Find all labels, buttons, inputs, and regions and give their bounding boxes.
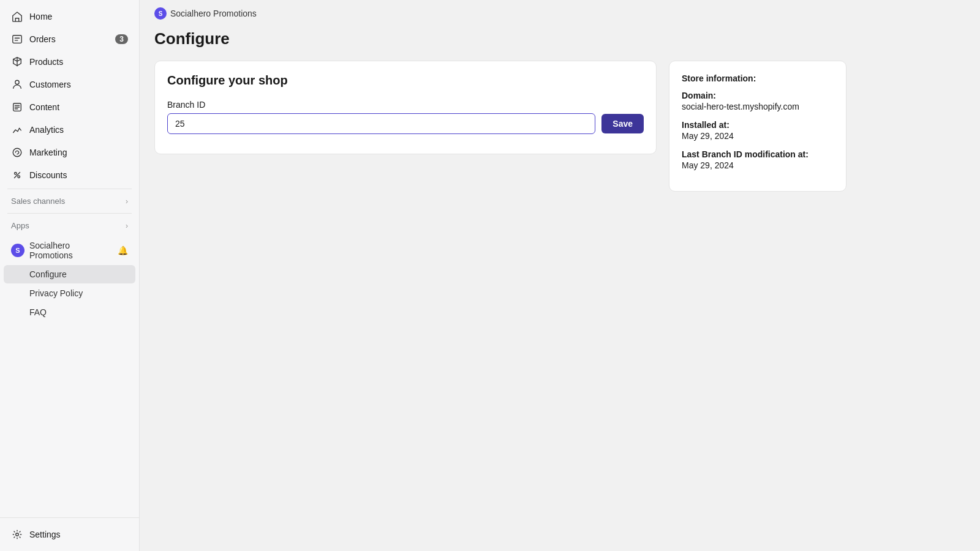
domain-row: Domain: social-hero-test.myshopify.com	[682, 91, 834, 111]
sales-channels-label: Sales channels	[11, 197, 65, 206]
main-content: S Socialhero Promotions Configure Config…	[140, 0, 980, 551]
apps-chevron: ›	[126, 222, 128, 230]
store-info-title: Store information:	[682, 73, 834, 83]
sidebar-item-home-label: Home	[29, 12, 52, 21]
sidebar-item-customers-label: Customers	[29, 80, 71, 89]
sidebar-item-home[interactable]: Home	[4, 6, 135, 28]
form-heading: Configure your shop	[167, 73, 644, 88]
svg-rect-0	[13, 36, 21, 43]
svg-point-5	[18, 176, 20, 178]
sidebar-item-content[interactable]: Content	[4, 96, 135, 118]
content-area: Configure your shop Branch ID Save Store…	[140, 61, 980, 192]
domain-value: social-hero-test.myshopify.com	[682, 102, 834, 111]
configure-form-card: Configure your shop Branch ID Save	[154, 61, 657, 154]
apps-label: Apps	[11, 221, 29, 230]
bell-icon[interactable]: 🔔	[118, 246, 128, 255]
svg-point-4	[15, 173, 17, 175]
sidebar-app-socialhero[interactable]: S Socialhero Promotions 🔔	[4, 236, 135, 264]
sidebar-item-orders[interactable]: Orders 3	[4, 28, 135, 50]
breadcrumb-app-name: Socialhero Promotions	[170, 9, 257, 18]
sidebar-sub-item-configure[interactable]: Configure	[4, 265, 135, 283]
sidebar-item-marketing-label: Marketing	[29, 148, 67, 157]
sidebar-item-customers[interactable]: Customers	[4, 73, 135, 96]
marketing-icon	[11, 146, 23, 159]
content-icon	[11, 101, 23, 113]
installed-row: Installed at: May 29, 2024	[682, 120, 834, 141]
sales-channels-section[interactable]: Sales channels ›	[4, 192, 135, 211]
branch-id-group: Branch ID Save	[167, 100, 644, 134]
page-title: Configure	[140, 27, 980, 61]
sidebar-item-discounts-label: Discounts	[29, 170, 67, 180]
discounts-icon	[11, 169, 23, 181]
orders-icon	[11, 33, 23, 45]
domain-label: Domain:	[682, 91, 834, 100]
sidebar-item-analytics-label: Analytics	[29, 125, 64, 135]
sales-channels-chevron: ›	[126, 197, 128, 206]
branch-id-label: Branch ID	[167, 100, 644, 110]
breadcrumb: S Socialhero Promotions	[140, 0, 980, 27]
app-icon: S	[11, 244, 24, 257]
customers-icon	[11, 78, 23, 91]
home-icon	[11, 10, 23, 23]
last-modified-value: May 29, 2024	[682, 160, 834, 170]
branch-id-row: Save	[167, 113, 644, 134]
analytics-icon	[11, 124, 23, 136]
sidebar-sub-item-privacy-policy[interactable]: Privacy Policy	[4, 284, 135, 302]
sidebar-bottom: Settings	[0, 517, 139, 551]
last-modified-label: Last Branch ID modification at:	[682, 149, 834, 159]
sidebar-item-orders-label: Orders	[29, 34, 56, 44]
products-icon	[11, 56, 23, 68]
installed-value: May 29, 2024	[682, 131, 834, 141]
sidebar-item-settings[interactable]: Settings	[4, 523, 135, 545]
last-modified-row: Last Branch ID modification at: May 29, …	[682, 149, 834, 170]
sidebar-item-content-label: Content	[29, 102, 59, 112]
branch-id-input[interactable]	[167, 113, 595, 134]
store-info-card: Store information: Domain: social-hero-t…	[669, 61, 846, 192]
sidebar-app-name: Socialhero Promotions	[29, 241, 113, 260]
orders-badge: 3	[115, 34, 128, 44]
sidebar-item-marketing[interactable]: Marketing	[4, 141, 135, 163]
sidebar-divider-1	[7, 189, 132, 189]
sidebar-divider-2	[7, 213, 132, 214]
svg-point-3	[13, 148, 21, 157]
sidebar-item-products-label: Products	[29, 57, 63, 67]
svg-point-1	[15, 80, 19, 84]
save-button[interactable]: Save	[601, 114, 644, 133]
sidebar-item-discounts[interactable]: Discounts	[4, 164, 135, 186]
settings-label: Settings	[29, 530, 61, 539]
sidebar-sub-configure-label: Configure	[29, 269, 67, 279]
settings-icon	[11, 528, 23, 541]
svg-point-6	[16, 533, 19, 536]
sidebar-sub-faq-label: FAQ	[29, 307, 47, 317]
sidebar-item-products[interactable]: Products	[4, 51, 135, 73]
sidebar-sub-privacy-label: Privacy Policy	[29, 288, 83, 298]
breadcrumb-app-icon: S	[154, 7, 167, 20]
sidebar-sub-item-faq[interactable]: FAQ	[4, 303, 135, 321]
sidebar-item-analytics[interactable]: Analytics	[4, 119, 135, 141]
sidebar-nav: Home Orders 3 Products	[0, 0, 139, 327]
apps-section[interactable]: Apps ›	[4, 216, 135, 235]
sidebar: Home Orders 3 Products	[0, 0, 140, 551]
installed-label: Installed at:	[682, 120, 834, 130]
